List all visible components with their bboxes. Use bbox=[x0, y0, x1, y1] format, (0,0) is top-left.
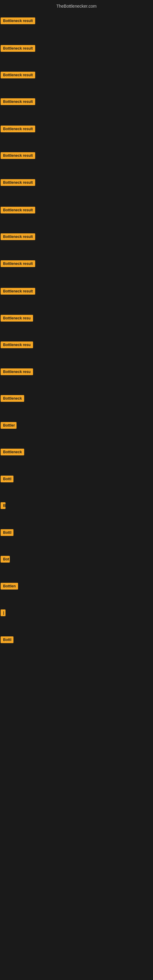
bottleneck-badge-container-12: Bottleneck resu bbox=[1, 315, 33, 323]
bottleneck-badge-container-19: B bbox=[1, 502, 5, 510]
bottleneck-badge-container-8: Bottleneck result bbox=[1, 207, 35, 215]
bottleneck-badge[interactable]: Bottleneck result bbox=[1, 207, 35, 213]
bottleneck-badge[interactable]: Bottleneck result bbox=[1, 288, 35, 294]
bottleneck-badge[interactable]: Bottler bbox=[1, 422, 16, 429]
bottleneck-badge[interactable]: Bottleneck result bbox=[1, 179, 35, 186]
bottleneck-badge[interactable]: Bottleneck result bbox=[1, 45, 35, 52]
bottleneck-badge-container-24: Bottl bbox=[1, 636, 13, 644]
bottleneck-badge-container-15: Bottleneck bbox=[1, 395, 24, 403]
bottleneck-badge-container-9: Bottleneck result bbox=[1, 233, 35, 241]
bottleneck-badge-container-23: | bbox=[1, 609, 5, 617]
bottleneck-badge[interactable]: Bottleneck result bbox=[1, 260, 35, 267]
bottleneck-badge[interactable]: B bbox=[1, 502, 5, 509]
bottleneck-badge-container-2: Bottleneck result bbox=[1, 45, 35, 53]
bottleneck-badge-container-5: Bottleneck result bbox=[1, 126, 35, 134]
bottleneck-badge-container-21: Bot bbox=[1, 556, 10, 564]
bottleneck-badge[interactable]: Bottleneck resu bbox=[1, 342, 33, 348]
bottleneck-badge[interactable]: Bottlen bbox=[1, 583, 18, 590]
bottleneck-badge-container-3: Bottleneck result bbox=[1, 72, 35, 80]
bottleneck-badge[interactable]: Bottl bbox=[1, 476, 13, 482]
bottleneck-badge-container-4: Bottleneck result bbox=[1, 98, 35, 106]
bottleneck-badge[interactable]: Bottleneck result bbox=[1, 72, 35, 78]
bottleneck-badge-container-22: Bottlen bbox=[1, 583, 18, 591]
bottleneck-badge[interactable]: Bottl bbox=[1, 636, 13, 643]
bottleneck-badge[interactable]: Bottl bbox=[1, 529, 13, 536]
bottleneck-badge-container-16: Bottler bbox=[1, 422, 16, 430]
bottleneck-badge-container-6: Bottleneck result bbox=[1, 152, 35, 160]
bottleneck-badge[interactable]: Bottleneck result bbox=[1, 98, 35, 105]
bottleneck-badge-container-17: Bottleneck bbox=[1, 449, 24, 457]
site-title: TheBottlenecker.com bbox=[0, 1, 153, 11]
bottleneck-badge-container-14: Bottleneck resu bbox=[1, 368, 33, 376]
bottleneck-badge-container-20: Bottl bbox=[1, 529, 13, 537]
bottleneck-badge[interactable]: Bottleneck bbox=[1, 449, 24, 455]
bottleneck-badge[interactable]: Bottleneck result bbox=[1, 233, 35, 240]
bottleneck-badge-container-7: Bottleneck result bbox=[1, 179, 35, 187]
bottleneck-badge[interactable]: Bottleneck result bbox=[1, 152, 35, 159]
bottleneck-badge[interactable]: Bottleneck resu bbox=[1, 368, 33, 375]
bottleneck-badge-container-1: Bottleneck result bbox=[1, 18, 35, 25]
bottleneck-badge[interactable]: Bottleneck resu bbox=[1, 315, 33, 321]
bottleneck-badge-container-13: Bottleneck resu bbox=[1, 342, 33, 350]
bottleneck-badge[interactable]: Bottleneck result bbox=[1, 126, 35, 132]
bottleneck-badge[interactable]: Bottleneck bbox=[1, 395, 24, 402]
bottleneck-badge-container-11: Bottleneck result bbox=[1, 288, 35, 296]
bottleneck-badge[interactable]: | bbox=[1, 609, 5, 616]
bottleneck-badge-container-18: Bottl bbox=[1, 476, 13, 484]
bottleneck-badge[interactable]: Bot bbox=[1, 556, 10, 563]
bottleneck-badge-container-10: Bottleneck result bbox=[1, 260, 35, 268]
bottleneck-badge[interactable]: Bottleneck result bbox=[1, 18, 35, 24]
